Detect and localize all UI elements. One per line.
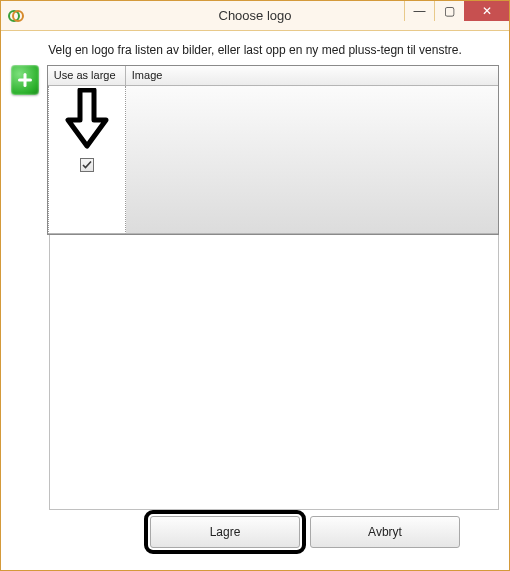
cell-use-as-large — [48, 86, 126, 234]
grid-header-row: Use as large Image — [48, 66, 498, 86]
checkmark-icon — [82, 160, 92, 170]
dialog-button-row: Lagre Avbryt — [11, 510, 499, 560]
cancel-button[interactable]: Avbryt — [310, 516, 460, 548]
table-row[interactable] — [48, 86, 498, 234]
save-button[interactable]: Lagre — [150, 516, 300, 548]
cell-image — [126, 86, 498, 234]
add-logo-button[interactable] — [11, 65, 39, 95]
titlebar: Choose logo — ▢ ✕ — [1, 1, 509, 31]
dialog-content: Velg en logo fra listen av bilder, eller… — [1, 31, 509, 570]
instruction-text: Velg en logo fra listen av bilder, eller… — [11, 37, 499, 65]
maximize-button[interactable]: ▢ — [434, 1, 464, 21]
window-controls: — ▢ ✕ — [404, 1, 509, 21]
lower-panel — [49, 235, 499, 510]
upper-row: Use as large Image — [11, 65, 499, 235]
close-button[interactable]: ✕ — [464, 1, 509, 21]
logo-grid: Use as large Image — [47, 65, 499, 235]
minimize-button[interactable]: — — [404, 1, 434, 21]
plus-icon — [16, 71, 34, 89]
use-as-large-checkbox[interactable] — [80, 158, 94, 172]
column-header-use-as-large[interactable]: Use as large — [48, 66, 126, 86]
svg-rect-3 — [18, 79, 32, 82]
annotation-arrow-icon — [63, 88, 111, 153]
column-header-image[interactable]: Image — [126, 66, 498, 86]
app-icon — [7, 7, 25, 25]
choose-logo-window: Choose logo — ▢ ✕ Velg en logo fra liste… — [0, 0, 510, 571]
